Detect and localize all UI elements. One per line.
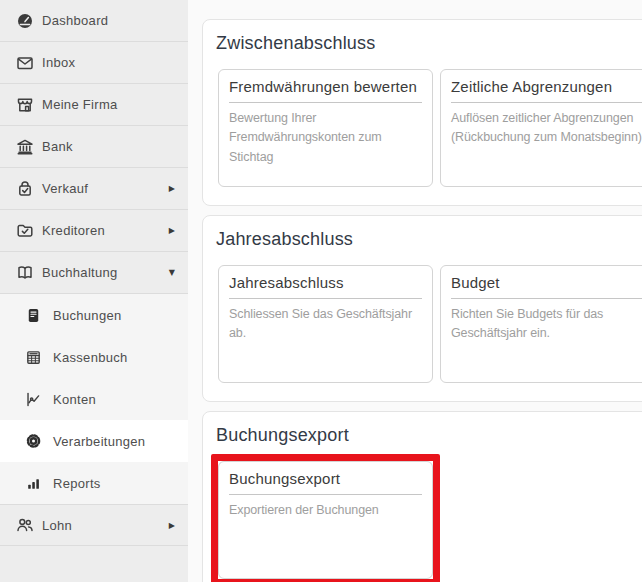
sidebar-item-label: Buchhaltung: [42, 265, 118, 280]
app-window: Dashboard Inbox Meine Firma: [0, 0, 642, 582]
sidebar-item-label: Kassenbuch: [53, 350, 128, 365]
sidebar-item-label: Lohn: [42, 518, 72, 533]
card-budget[interactable]: Budget Richten Sie Budgets für das Gesch…: [440, 265, 642, 383]
section-title: Buchungsexport: [214, 425, 642, 446]
line-chart-icon: [25, 391, 42, 408]
card-fremdwaehrungen-bewerten[interactable]: Fremdwährungen bewerten Bewertung Ihrer …: [218, 69, 433, 187]
card-row: Fremdwährungen bewerten Bewertung Ihrer …: [218, 69, 642, 187]
card-title: Buchungsexport: [229, 470, 422, 487]
red-annotation-highlight: Buchungsexport Exportieren der Buchungen: [211, 454, 440, 582]
card-title: Fremdwährungen bewerten: [229, 78, 422, 95]
open-book-icon: [16, 264, 34, 282]
folder-check-icon: [16, 222, 34, 240]
card-row: Buchungsexport Exportieren der Buchungen: [218, 461, 642, 579]
inbox-icon: [16, 54, 34, 72]
chevron-right-icon: [169, 521, 175, 530]
bar-chart-icon: [25, 475, 42, 492]
register-icon: [25, 349, 42, 366]
bank-icon: [16, 138, 34, 156]
card-divider: [229, 102, 422, 103]
sidebar-item-buchhaltung[interactable]: Buchhaltung: [0, 252, 188, 294]
dashboard-icon: [16, 12, 34, 30]
card-description: Richten Sie Budgets für das Geschäftsjah…: [451, 305, 642, 344]
sidebar-item-label: Meine Firma: [42, 97, 118, 112]
sidebar-item-label: Bank: [42, 139, 73, 154]
sidebar-filler: [0, 546, 188, 582]
section-title: Zwischenabschluss: [214, 33, 642, 54]
card-zeitliche-abgrenzungen[interactable]: Zeitliche Abgrenzungen Auflösen zeitlich…: [440, 69, 642, 187]
chevron-right-icon: [169, 184, 175, 193]
card-divider: [229, 494, 422, 495]
buchhaltung-submenu: Buchungen Kassenbuch: [0, 294, 188, 504]
chevron-right-icon: [169, 226, 175, 235]
card-divider: [451, 298, 642, 299]
card-divider: [451, 102, 642, 103]
main-content: Zwischenabschluss Fremdwährungen bewerte…: [188, 0, 642, 582]
people-icon: [16, 516, 34, 534]
card-buchungsexport[interactable]: Buchungsexport Exportieren der Buchungen: [218, 461, 433, 579]
ledger-icon: [25, 307, 42, 324]
sidebar-item-kassenbuch[interactable]: Kassenbuch: [0, 336, 188, 378]
chevron-down-icon: [169, 268, 175, 277]
card-description: Auflösen zeitlicher Abgrenzungen (Rückbu…: [451, 109, 642, 148]
section-jahresabschluss: Jahresabschluss Jahresabschluss Schliess…: [202, 215, 642, 402]
sidebar-item-label: Verarbeitungen: [53, 434, 145, 449]
card-title: Jahresabschluss: [229, 274, 422, 291]
sidebar: Dashboard Inbox Meine Firma: [0, 0, 188, 582]
sidebar-item-inbox[interactable]: Inbox: [0, 42, 188, 84]
sidebar-item-label: Dashboard: [42, 13, 108, 28]
sidebar-item-kreditoren[interactable]: Kreditoren: [0, 210, 188, 252]
section-title: Jahresabschluss: [214, 229, 642, 250]
sidebar-item-label: Inbox: [42, 55, 75, 70]
sidebar-item-verarbeitungen[interactable]: Verarbeitungen: [0, 420, 188, 462]
card-divider: [229, 298, 422, 299]
sidebar-item-bank[interactable]: Bank: [0, 126, 188, 168]
card-row: Jahresabschluss Schliessen Sie das Gesch…: [218, 265, 642, 383]
sidebar-item-konten[interactable]: Konten: [0, 378, 188, 420]
sidebar-item-meine-firma[interactable]: Meine Firma: [0, 84, 188, 126]
card-title: Zeitliche Abgrenzungen: [451, 78, 642, 95]
card-description: Schliessen Sie das Geschäftsjahr ab.: [229, 305, 422, 344]
sidebar-item-verkauf[interactable]: Verkauf: [0, 168, 188, 210]
sidebar-item-label: Verkauf: [42, 181, 88, 196]
card-description: Exportieren der Buchungen: [229, 501, 422, 520]
sidebar-item-label: Konten: [53, 392, 96, 407]
card-jahresabschluss[interactable]: Jahresabschluss Schliessen Sie das Gesch…: [218, 265, 433, 383]
shopping-bag-icon: [16, 180, 34, 198]
card-description: Bewertung Ihrer Fremdwährungskonten zum …: [229, 109, 422, 167]
gear-icon: [25, 433, 42, 450]
sidebar-item-lohn[interactable]: Lohn: [0, 504, 188, 546]
sidebar-item-label: Kreditoren: [42, 223, 105, 238]
sidebar-item-reports[interactable]: Reports: [0, 462, 188, 504]
sidebar-item-buchungen[interactable]: Buchungen: [0, 294, 188, 336]
card-title: Budget: [451, 274, 642, 291]
storefront-icon: [16, 96, 34, 114]
sidebar-item-label: Buchungen: [53, 308, 121, 323]
section-zwischenabschluss: Zwischenabschluss Fremdwährungen bewerte…: [202, 19, 642, 206]
sidebar-item-dashboard[interactable]: Dashboard: [0, 0, 188, 42]
sidebar-item-label: Reports: [53, 476, 101, 491]
section-buchungsexport: Buchungsexport Buchungsexport Exportiere…: [202, 411, 642, 582]
